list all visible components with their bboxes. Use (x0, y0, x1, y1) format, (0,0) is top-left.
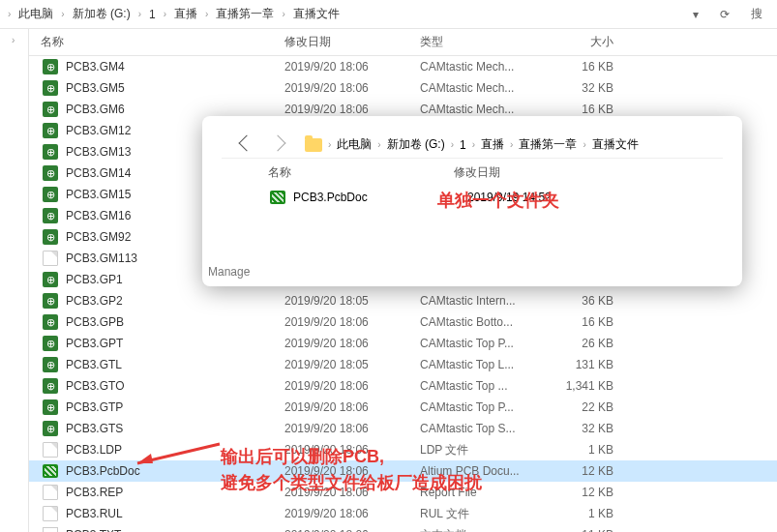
file-name: PCB3.GM4 (66, 60, 284, 74)
file-row[interactable]: PCB3.GP22019/9/20 18:05CAMtastic Intern.… (29, 290, 777, 311)
file-date: 2019/9/20 18:06 (284, 507, 420, 520)
file-name: PCB3.GP2 (66, 294, 284, 308)
file-row[interactable]: PCB3.RUL2019/9/20 18:06RUL 文件1 KB (29, 503, 777, 524)
column-header-name[interactable]: 名称 (41, 34, 284, 50)
camtastic-file-icon (43, 399, 58, 415)
file-row[interactable]: PCB3.GPB2019/9/20 18:06CAMtastic Botto..… (29, 311, 777, 333)
file-size: 32 KB (546, 422, 633, 435)
file-size: 12 KB (546, 464, 633, 478)
file-type: RUL 文件 (420, 506, 546, 522)
file-type: CAMtastic Top L... (420, 358, 546, 371)
forward-icon[interactable] (272, 137, 284, 152)
file-type: CAMtastic Top ... (420, 379, 546, 393)
file-name: PCB3.GM6 (66, 103, 284, 116)
crumb-files[interactable]: 直播文件 (289, 4, 344, 24)
file-date: 2019/9/20 18:06 (284, 422, 420, 435)
column-header-date[interactable]: 修改日期 (284, 34, 420, 50)
column-header-type[interactable]: 类型 (420, 34, 546, 50)
file-type: CAMtastic Intern... (420, 294, 546, 308)
file-row[interactable]: PCB3.GM52019/9/20 18:06CAMtastic Mech...… (29, 77, 777, 99)
file-type: 文本文档 (420, 527, 546, 533)
popup-crumb-item[interactable]: 1 (460, 138, 466, 152)
file-date: 2019/9/20 18:05 (284, 294, 420, 308)
crumb-this-pc[interactable]: 此电脑 (15, 4, 57, 24)
file-date: 2019/9/20 18:06 (284, 103, 420, 116)
blank-file-icon (43, 485, 58, 500)
file-name: PCB3.GPT (66, 337, 284, 350)
chevron-right-icon[interactable]: › (12, 35, 28, 45)
popup-crumb-item[interactable]: 此电脑 (337, 136, 372, 153)
camtastic-file-icon (43, 208, 58, 223)
popup-crumb-item[interactable]: 新加卷 (G:) (387, 136, 445, 153)
popup-column-date[interactable]: 修改日期 (454, 164, 500, 181)
file-row[interactable]: PCB3.GPT2019/9/20 18:06CAMtastic Top P..… (29, 333, 777, 354)
file-date: 2019/9/20 18:06 (284, 379, 420, 393)
popup-crumb-item[interactable]: 直播第一章 (519, 136, 577, 153)
chevron-right-icon: › (328, 139, 331, 150)
popup-crumb-item[interactable]: 直播 (481, 136, 504, 153)
blank-file-icon (43, 251, 58, 266)
file-row[interactable]: PCB3.TXT2019/9/20 18:06文本文档11 KB (29, 524, 777, 532)
file-size: 1 KB (546, 443, 633, 457)
txt-file-icon (43, 527, 58, 532)
file-size: 1,341 KB (546, 379, 633, 393)
camtastic-file-icon (43, 421, 58, 436)
crumb-drive[interactable]: 新加卷 (G:) (69, 4, 134, 24)
chevron-right-icon: › (164, 9, 166, 19)
file-size: 16 KB (546, 315, 633, 329)
camtastic-file-icon (43, 144, 58, 160)
file-name: PCB3.GTL (66, 358, 284, 371)
file-size: 16 KB (546, 60, 633, 74)
search-box[interactable]: 搜 (744, 3, 769, 25)
folder-icon (305, 138, 322, 152)
svg-marker-1 (137, 454, 153, 463)
file-name: PCB3.GTP (66, 400, 284, 414)
popup-crumb-item[interactable]: 直播文件 (592, 136, 639, 153)
camtastic-file-icon (43, 102, 58, 117)
folder-tree[interactable]: › (0, 29, 29, 532)
file-size: 22 KB (546, 400, 633, 414)
breadcrumb: › 此电脑 › 新加卷 (G:) › 1 › 直播 › 直播第一章 › 直播文件… (0, 0, 777, 29)
file-row[interactable]: PCB3.GTO2019/9/20 18:06CAMtastic Top ...… (29, 375, 777, 397)
camtastic-file-icon (43, 293, 58, 309)
camtastic-file-icon (43, 80, 58, 96)
file-row[interactable]: PCB3.GTP2019/9/20 18:06CAMtastic Top P..… (29, 397, 777, 418)
file-name: PCB3.TXT (66, 528, 284, 532)
crumb-1[interactable]: 1 (145, 6, 160, 23)
file-size: 32 KB (546, 81, 633, 95)
camtastic-file-icon (43, 59, 58, 74)
file-type: CAMtastic Mech... (420, 103, 546, 116)
popup-column-name[interactable]: 名称 (268, 164, 291, 181)
file-date: 2019/9/20 18:06 (284, 337, 420, 350)
file-type: CAMtastic Mech... (420, 60, 546, 74)
camtastic-file-icon (43, 187, 58, 202)
camtastic-file-icon (43, 229, 58, 245)
file-row[interactable]: PCB3.GTL2019/9/20 18:05CAMtastic Top L..… (29, 354, 777, 375)
file-name: PCB3.GTS (66, 422, 284, 435)
file-date: 2019/9/20 18:06 (284, 528, 420, 532)
camtastic-file-icon (43, 314, 58, 330)
crumb-ch1[interactable]: 直播第一章 (212, 4, 278, 24)
file-type: CAMtastic Botto... (420, 315, 546, 329)
file-date: 2019/9/20 18:06 (284, 400, 420, 414)
annotation-single-folder: 单独一个文件夹 (437, 189, 559, 212)
blank-file-icon (43, 506, 58, 521)
file-type: CAMtastic Top P... (420, 337, 546, 350)
list-header: 名称 修改日期 类型 大小 (29, 29, 777, 56)
file-type: CAMtastic Top P... (420, 400, 546, 414)
camtastic-file-icon (43, 357, 58, 372)
dropdown-button[interactable]: ▾ (686, 5, 705, 24)
file-name: PCB3.GM5 (66, 81, 284, 95)
crumb-live[interactable]: 直播 (170, 4, 201, 24)
file-date: 2019/9/20 18:06 (284, 81, 420, 95)
file-size: 131 KB (546, 358, 633, 371)
camtastic-file-icon (43, 123, 58, 138)
back-icon[interactable] (241, 137, 253, 152)
camtastic-file-icon (43, 272, 58, 287)
file-row[interactable]: PCB3.GM42019/9/20 18:06CAMtastic Mech...… (29, 56, 777, 77)
refresh-button[interactable]: ⟳ (713, 5, 736, 24)
column-header-size[interactable]: 大小 (546, 34, 633, 50)
file-name: PCB3.GTO (66, 379, 284, 393)
camtastic-file-icon (43, 165, 58, 181)
file-size: 11 KB (546, 528, 633, 532)
